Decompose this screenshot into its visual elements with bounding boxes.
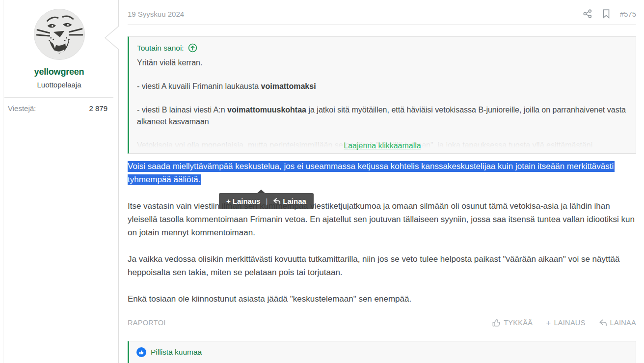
tooltip-quote-label: Lainaus: [233, 197, 261, 205]
plus-icon: +: [546, 319, 551, 327]
next-quote-block: Pillistä kuumaa: [128, 341, 636, 363]
message-cell: 19 Syyskuu 2024 #575 Toutain sano: [118, 0, 644, 363]
stats-value: 2 879: [89, 104, 107, 112]
like-button-label: TYKKÄÄ: [504, 319, 533, 327]
bottom-quote-link[interactable]: Pillistä kuumaa: [151, 347, 202, 357]
forum-post: yellowgreen Luottopelaaja Viestejä: 2 87…: [0, 0, 644, 363]
avatar[interactable]: [34, 9, 85, 60]
quote-button-label: LAINAUS: [554, 319, 585, 327]
reply-button-label: LAINAA: [610, 319, 636, 327]
like-button[interactable]: TYKKÄÄ: [492, 318, 533, 327]
username[interactable]: yellowgreen: [0, 67, 118, 77]
user-stats-row: Viestejä: 2 879: [0, 98, 118, 112]
user-title: Luottopelaaja: [0, 81, 118, 89]
message-footer: RAPORTOI TYKKÄÄ + LAINAUS: [128, 318, 636, 327]
post-date-link[interactable]: 19 Syyskuu 2024: [128, 10, 184, 18]
reply-button[interactable]: LAINAA: [599, 319, 636, 327]
post-number-link[interactable]: #575: [620, 10, 636, 18]
share-icon[interactable]: [583, 9, 592, 19]
quote-paragraph: - viesti B lainasi viesti A:n voimattomu…: [137, 104, 628, 128]
goto-quoted-post-icon[interactable]: [188, 43, 197, 53]
stats-label: Viestejä:: [8, 104, 36, 112]
footer-actions: TYKKÄÄ + LAINAUS LAINAA: [492, 318, 636, 327]
plus-icon: +: [226, 197, 231, 205]
quote-header: Toutain sanoi:: [129, 37, 636, 53]
message-header: 19 Syyskuu 2024 #575: [128, 0, 636, 25]
cat-avatar-image: [34, 9, 84, 59]
tooltip-quote-button[interactable]: + Lainaus: [226, 197, 260, 205]
body-paragraph: Ja vaikka vedossa olisikin merkittävästi…: [128, 252, 636, 279]
expand-quote-link[interactable]: Laajenna klikkaamalla: [129, 141, 636, 150]
selected-text: Voisi saada miellyttävämpää keskustelua,…: [128, 161, 615, 185]
tooltip-reply-label: Lainaa: [283, 197, 306, 205]
tooltip-separator: |: [266, 197, 268, 205]
body-paragraph: Enkä tosiaan ole kiinnostunut asiasta jä…: [128, 292, 636, 306]
thumbs-up-icon: [492, 318, 501, 327]
selected-paragraph: Voisi saada miellyttävämpää keskustelua,…: [128, 160, 636, 186]
quote-block: Toutain sanoi: Yritän vielä kerran. - vi…: [128, 36, 636, 154]
user-info-panel: yellowgreen Luottopelaaja Viestejä: 2 87…: [0, 0, 118, 363]
selection-tooltip: + Lainaus | Lainaa: [219, 193, 314, 209]
quote-attribution-link[interactable]: Toutain sanoi:: [137, 44, 184, 53]
quote-paragraph: Yritän vielä kerran.: [137, 57, 628, 69]
message-pointer-arrow: [105, 26, 119, 50]
quote-body: Yritän vielä kerran. - viesti A kuvaili …: [129, 57, 636, 153]
tooltip-reply-button[interactable]: Lainaa: [273, 197, 306, 205]
report-button[interactable]: RAPORTOI: [128, 319, 166, 327]
quote-button[interactable]: + LAINAUS: [546, 319, 585, 327]
reply-arrow-icon: [599, 319, 607, 327]
reply-arrow-icon: [273, 197, 281, 205]
bookmark-icon[interactable]: [602, 9, 611, 19]
header-actions: #575: [583, 9, 636, 19]
quote-paragraph: - viesti A kuvaili Frimanin laukausta vo…: [137, 81, 628, 92]
like-reaction-icon: [136, 347, 146, 357]
body-paragraph: Itse vastasin vain viestiin ilman sen ku…: [128, 199, 636, 239]
